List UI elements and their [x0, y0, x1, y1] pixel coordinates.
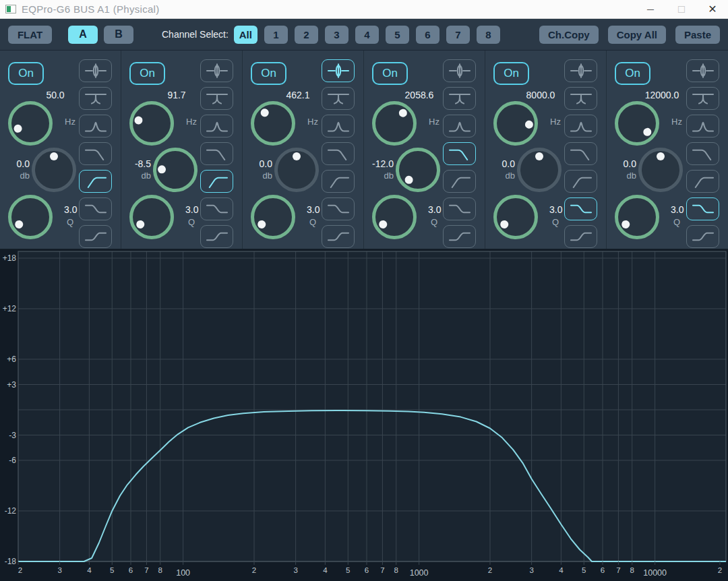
- band-on-button[interactable]: On: [251, 62, 286, 85]
- gain-knob[interactable]: [153, 148, 198, 192]
- filter-highpass-button[interactable]: [322, 170, 355, 193]
- filter-highshelf-button[interactable]: [564, 197, 597, 220]
- channel-button-7[interactable]: 7: [446, 26, 470, 44]
- q-knob[interactable]: [372, 195, 417, 239]
- lowshelf-icon: [448, 228, 472, 245]
- band-on-button[interactable]: On: [493, 62, 529, 85]
- channel-copy-button[interactable]: Ch.Copy: [539, 26, 599, 44]
- highshelf-icon: [569, 200, 593, 218]
- filter-notch-button[interactable]: [443, 87, 476, 110]
- filter-peak-button[interactable]: [443, 115, 476, 137]
- flat-button[interactable]: FLAT: [8, 26, 52, 44]
- close-icon[interactable]: ✕: [697, 0, 728, 18]
- frequency-knob[interactable]: [372, 101, 417, 146]
- filter-highshelf-button[interactable]: [443, 197, 476, 220]
- filter-allpass-button[interactable]: [322, 59, 355, 82]
- app-icon: [5, 5, 16, 13]
- filter-notch-button[interactable]: [79, 87, 112, 110]
- filter-peak-button[interactable]: [686, 115, 719, 137]
- gain-knob[interactable]: [396, 148, 440, 192]
- copy-all-button[interactable]: Copy All: [608, 26, 666, 44]
- frequency-knob[interactable]: [493, 101, 538, 146]
- filter-peak-button[interactable]: [79, 115, 112, 137]
- ab-select-button-a[interactable]: A: [68, 26, 98, 44]
- gain-knob[interactable]: [517, 148, 562, 192]
- frequency-knob[interactable]: [129, 101, 174, 146]
- gain-unit-label: db: [607, 171, 636, 181]
- channel-button-8[interactable]: 8: [477, 26, 500, 44]
- gain-unit-label: db: [364, 171, 394, 181]
- filter-highshelf-button[interactable]: [200, 197, 233, 220]
- knob-indicator-dot: [259, 107, 270, 119]
- filter-lowshelf-button[interactable]: [443, 225, 476, 248]
- q-knob[interactable]: [8, 195, 53, 239]
- frequency-knob[interactable]: [8, 101, 53, 146]
- filter-allpass-button[interactable]: [443, 59, 476, 82]
- q-knob[interactable]: [251, 195, 295, 239]
- filter-lowpass-button[interactable]: [322, 142, 355, 165]
- filter-peak-button[interactable]: [322, 115, 355, 137]
- filter-highshelf-button[interactable]: [686, 197, 719, 220]
- band-on-button[interactable]: On: [372, 62, 408, 85]
- filter-lowshelf-button[interactable]: [686, 225, 719, 248]
- filter-highpass-button[interactable]: [564, 170, 597, 193]
- lowpass-icon: [205, 145, 229, 162]
- filter-notch-button[interactable]: [200, 87, 233, 110]
- channel-button-all[interactable]: All: [234, 26, 257, 44]
- q-value: 3.0: [185, 204, 198, 215]
- filter-highshelf-button[interactable]: [79, 197, 112, 220]
- channel-button-5[interactable]: 5: [386, 26, 409, 44]
- gain-knob[interactable]: [32, 148, 76, 192]
- filter-highpass-button[interactable]: [443, 170, 476, 193]
- svg-text:2: 2: [718, 566, 722, 574]
- maximize-icon[interactable]: ☐: [666, 0, 697, 18]
- channel-button-6[interactable]: 6: [416, 26, 439, 44]
- filter-notch-button[interactable]: [564, 87, 597, 110]
- band-on-button[interactable]: On: [615, 62, 650, 85]
- filter-highpass-button[interactable]: [200, 170, 233, 193]
- frequency-knob[interactable]: [251, 101, 295, 146]
- ab-select-button-b[interactable]: B: [104, 26, 133, 44]
- filter-highpass-button[interactable]: [79, 170, 112, 193]
- filter-lowshelf-button[interactable]: [79, 225, 112, 248]
- filter-lowpass-button[interactable]: [200, 142, 233, 165]
- channel-button-2[interactable]: 2: [295, 26, 318, 44]
- gain-knob[interactable]: [638, 148, 683, 192]
- gain-unit-label: db: [243, 171, 272, 181]
- filter-highshelf-button[interactable]: [322, 197, 355, 220]
- filter-allpass-button[interactable]: [79, 59, 112, 82]
- band-on-button[interactable]: On: [8, 62, 44, 85]
- toolbar: FLAT AB Channel Select: All12345678 Ch.C…: [0, 19, 728, 51]
- allpass-icon: [691, 62, 715, 80]
- minimize-icon[interactable]: ─: [635, 0, 666, 18]
- filter-lowshelf-button[interactable]: [564, 225, 597, 248]
- channel-button-1[interactable]: 1: [264, 26, 288, 44]
- filter-lowpass-button[interactable]: [79, 142, 112, 165]
- filter-allpass-button[interactable]: [564, 59, 597, 82]
- filter-peak-button[interactable]: [200, 115, 233, 137]
- filter-peak-button[interactable]: [564, 115, 597, 137]
- channel-button-3[interactable]: 3: [325, 26, 348, 44]
- frequency-knob[interactable]: [615, 101, 659, 146]
- paste-button[interactable]: Paste: [675, 26, 720, 44]
- filter-highpass-button[interactable]: [686, 170, 719, 193]
- svg-text:-12: -12: [5, 506, 17, 516]
- filter-lowpass-button[interactable]: [686, 142, 719, 165]
- q-knob[interactable]: [493, 195, 538, 239]
- knob-indicator-dot: [133, 115, 143, 125]
- filter-lowpass-button[interactable]: [564, 142, 597, 165]
- q-knob[interactable]: [129, 195, 174, 239]
- filter-lowshelf-button[interactable]: [200, 225, 233, 248]
- filter-allpass-button[interactable]: [200, 59, 233, 82]
- filter-lowpass-button[interactable]: [443, 142, 476, 165]
- q-knob[interactable]: [615, 195, 659, 239]
- channel-button-4[interactable]: 4: [355, 26, 379, 44]
- filter-notch-button[interactable]: [322, 87, 355, 110]
- band-on-button[interactable]: On: [129, 62, 165, 85]
- eq-band-strip: On 8000.0 Hz 0.0 db 3.0 Q: [485, 51, 607, 249]
- filter-lowshelf-button[interactable]: [322, 225, 355, 248]
- frequency-unit-label: Hz: [429, 117, 439, 127]
- filter-notch-button[interactable]: [686, 87, 719, 110]
- gain-knob[interactable]: [274, 148, 319, 192]
- filter-allpass-button[interactable]: [686, 59, 719, 82]
